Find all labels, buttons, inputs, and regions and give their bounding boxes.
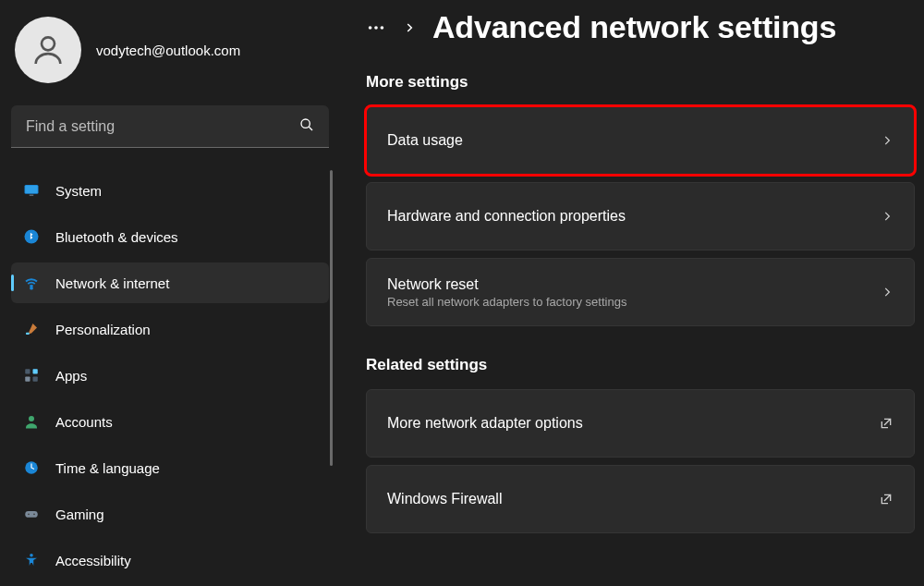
card-more-network-adapter[interactable]: More network adapter options xyxy=(366,389,915,458)
svg-point-18 xyxy=(369,26,372,30)
chevron-right-icon xyxy=(881,286,894,299)
sidebar-item-accounts[interactable]: Accounts xyxy=(11,401,329,442)
card-title: Data usage xyxy=(387,132,463,149)
user-icon xyxy=(30,31,67,68)
sidebar-item-apps[interactable]: Apps xyxy=(11,355,329,396)
card-data-usage[interactable]: Data usage xyxy=(366,106,915,175)
monitor-icon xyxy=(22,181,41,200)
nav-label: Gaming xyxy=(55,507,104,522)
ellipsis-icon[interactable] xyxy=(366,18,386,38)
svg-rect-14 xyxy=(25,511,38,518)
svg-point-6 xyxy=(30,287,32,289)
open-external-icon xyxy=(879,416,894,431)
more-settings-label: More settings xyxy=(366,73,915,92)
bluetooth-icon xyxy=(22,227,41,246)
svg-rect-7 xyxy=(26,333,30,335)
person-icon xyxy=(22,412,41,431)
clock-globe-icon xyxy=(22,458,41,477)
paintbrush-icon xyxy=(22,320,41,338)
card-title: Windows Firewall xyxy=(387,491,502,507)
card-network-reset[interactable]: Network reset Reset all network adapters… xyxy=(366,258,915,326)
sidebar-item-network[interactable]: Network & internet xyxy=(11,262,329,303)
card-title: Network reset xyxy=(387,276,626,293)
wifi-icon xyxy=(22,274,41,292)
chevron-right-icon xyxy=(881,134,894,147)
main-panel: Advanced network settings More settings … xyxy=(340,0,924,586)
search-icon xyxy=(299,117,314,136)
accessibility-icon xyxy=(22,551,41,569)
avatar xyxy=(15,17,81,83)
nav-label: Time & language xyxy=(55,460,160,476)
nav-label: Bluetooth & devices xyxy=(55,229,178,245)
sidebar-item-time-language[interactable]: Time & language xyxy=(11,447,329,488)
svg-point-19 xyxy=(374,26,378,30)
svg-point-20 xyxy=(381,26,384,30)
card-hardware-properties[interactable]: Hardware and connection properties xyxy=(366,182,915,250)
card-title: More network adapter options xyxy=(387,415,583,432)
svg-point-12 xyxy=(29,416,34,421)
chevron-right-icon xyxy=(881,210,894,223)
user-email: vodytech@outlook.com xyxy=(96,43,240,58)
search-box xyxy=(11,105,329,148)
svg-point-17 xyxy=(30,554,33,557)
sidebar-item-accessibility[interactable]: Accessibility xyxy=(11,540,329,580)
card-subtitle: Reset all network adapters to factory se… xyxy=(387,295,626,309)
chevron-right-icon xyxy=(403,21,416,34)
nav-label: Network & internet xyxy=(55,275,169,291)
related-settings-label: Related settings xyxy=(366,356,915,374)
nav-label: Accessibility xyxy=(55,553,131,568)
sidebar-item-gaming[interactable]: Gaming xyxy=(11,494,329,534)
nav-scroll: System Bluetooth & devices Network & int… xyxy=(11,170,329,586)
svg-point-1 xyxy=(301,119,310,128)
nav-label: Accounts xyxy=(55,414,113,430)
page-title: Advanced network settings xyxy=(432,9,836,45)
sidebar: vodytech@outlook.com System Bluetooth & … xyxy=(0,0,340,586)
sidebar-item-system[interactable]: System xyxy=(11,170,329,211)
sidebar-item-personalization[interactable]: Personalization xyxy=(11,309,329,349)
profile-area[interactable]: vodytech@outlook.com xyxy=(11,17,329,83)
open-external-icon xyxy=(879,492,894,507)
card-title: Hardware and connection properties xyxy=(387,208,626,225)
svg-point-15 xyxy=(28,514,30,516)
svg-point-16 xyxy=(33,514,35,516)
breadcrumb: Advanced network settings xyxy=(366,9,915,45)
card-windows-firewall[interactable]: Windows Firewall xyxy=(366,465,915,533)
sidebar-item-bluetooth[interactable]: Bluetooth & devices xyxy=(11,216,329,257)
svg-rect-4 xyxy=(30,195,34,197)
scrollbar[interactable] xyxy=(330,170,333,466)
svg-rect-8 xyxy=(25,369,30,373)
svg-rect-3 xyxy=(25,186,38,193)
gamepad-icon xyxy=(22,505,41,523)
nav-label: System xyxy=(55,183,102,199)
search-input[interactable] xyxy=(11,105,329,148)
nav-label: Apps xyxy=(55,368,87,384)
apps-icon xyxy=(22,366,41,385)
nav-label: Personalization xyxy=(55,322,151,337)
svg-point-0 xyxy=(42,37,55,50)
svg-rect-9 xyxy=(33,369,38,373)
svg-rect-10 xyxy=(25,377,30,382)
svg-rect-11 xyxy=(33,377,38,382)
